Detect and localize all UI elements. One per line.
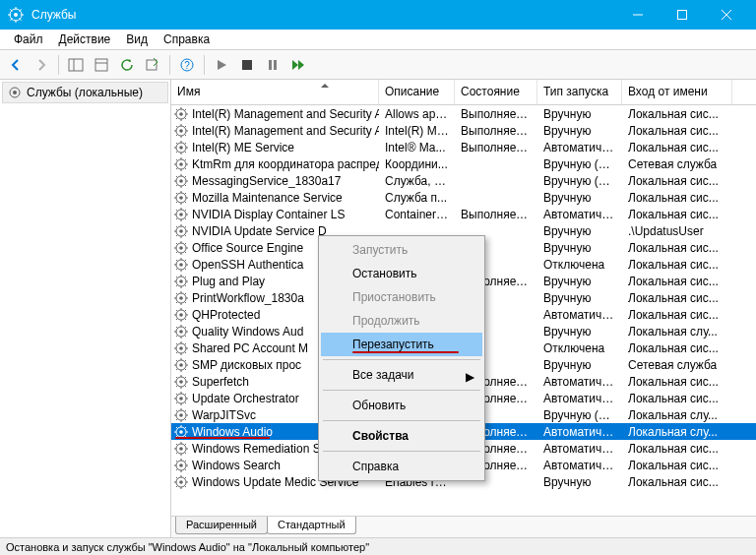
svg-line-125 <box>185 284 187 286</box>
service-startup-cell: Вручную <box>537 275 622 288</box>
restart-service-button[interactable] <box>286 53 310 77</box>
svg-point-169 <box>179 363 183 367</box>
svg-line-224 <box>176 444 178 446</box>
service-startup-cell: Автоматиче... <box>537 375 622 389</box>
service-logon-cell: Локальная слу... <box>622 425 732 439</box>
svg-line-236 <box>176 468 178 470</box>
svg-line-194 <box>176 394 178 396</box>
stop-service-button[interactable] <box>235 53 259 77</box>
svg-point-119 <box>179 279 183 283</box>
menu-file[interactable]: Файл <box>6 31 51 48</box>
svg-line-96 <box>176 234 178 236</box>
svg-line-134 <box>176 293 178 295</box>
svg-rect-13 <box>242 60 252 70</box>
column-description[interactable]: Описание <box>379 80 455 104</box>
svg-point-139 <box>179 313 183 317</box>
svg-line-86 <box>176 217 178 219</box>
ctx-start[interactable]: Запустить <box>321 238 482 262</box>
close-button[interactable] <box>704 0 748 30</box>
start-service-button[interactable] <box>210 53 233 77</box>
svg-line-97 <box>185 226 187 228</box>
svg-line-185 <box>185 385 187 387</box>
svg-line-187 <box>185 377 187 379</box>
column-startup[interactable]: Тип запуска <box>537 80 622 104</box>
svg-line-144 <box>176 310 178 312</box>
menu-help[interactable]: Справка <box>156 31 218 48</box>
ctx-refresh[interactable]: Обновить <box>321 394 482 417</box>
show-hide-tree-button[interactable] <box>64 53 88 77</box>
service-startup-cell: Автоматиче... <box>537 442 622 456</box>
svg-point-129 <box>179 296 183 300</box>
menu-view[interactable]: Вид <box>118 31 156 48</box>
svg-line-105 <box>185 251 187 253</box>
service-logon-cell: Локальная сис... <box>622 275 732 288</box>
gear-icon <box>173 190 189 206</box>
ctx-resume[interactable]: Продолжить <box>321 309 482 333</box>
svg-line-146 <box>176 318 178 320</box>
table-row[interactable]: KtmRm для координатора распреде...Коорди… <box>171 155 756 172</box>
svg-line-214 <box>176 427 178 429</box>
minimize-button[interactable] <box>615 0 660 30</box>
gear-icon <box>173 424 189 440</box>
service-startup-cell: Вручную <box>537 124 622 138</box>
svg-line-157 <box>185 327 187 329</box>
pause-service-button[interactable] <box>261 53 284 77</box>
svg-point-179 <box>179 380 183 384</box>
forward-button[interactable] <box>30 53 53 77</box>
table-row[interactable]: Intel(R) Management and Security Ap...Al… <box>171 105 756 122</box>
ctx-restart[interactable]: Перезапустить <box>321 333 482 356</box>
svg-line-114 <box>176 260 178 262</box>
svg-line-234 <box>176 461 178 462</box>
svg-line-145 <box>185 318 187 320</box>
column-status[interactable]: Состояние <box>455 80 537 104</box>
svg-line-26 <box>176 117 178 119</box>
tab-standard[interactable]: Стандартный <box>267 517 356 534</box>
table-row[interactable]: Intel(R) ME ServiceIntel® Ma...Выполняет… <box>171 139 756 155</box>
svg-line-85 <box>185 217 187 219</box>
ctx-all-tasks[interactable]: Все задачи▶ <box>321 363 482 387</box>
ctx-properties[interactable]: Свойства <box>321 424 482 448</box>
svg-line-155 <box>185 335 187 337</box>
column-headers: Имя Описание Состояние Тип запуска Вход … <box>171 80 756 105</box>
svg-line-137 <box>185 293 187 295</box>
tab-extended[interactable]: Расширенный <box>175 517 268 534</box>
tree-item-label: Службы (локальные) <box>27 86 143 99</box>
status-text: Остановка и запуск службы "Windows Audio… <box>6 541 369 553</box>
svg-line-176 <box>176 368 178 370</box>
table-row[interactable]: Intel(R) Management and Security Ap...In… <box>171 122 756 139</box>
service-startup-cell: Вручную (ак... <box>537 174 622 188</box>
export-button[interactable] <box>141 53 164 77</box>
svg-line-67 <box>185 176 187 178</box>
svg-point-99 <box>179 246 183 250</box>
column-logon[interactable]: Вход от имени <box>622 80 732 104</box>
table-row[interactable]: MessagingService_1830a17Служба, о...Вруч… <box>171 172 756 189</box>
service-startup-cell: Вручную <box>537 241 622 255</box>
service-logon-cell: Локальная сис... <box>622 241 732 255</box>
column-name[interactable]: Имя <box>171 80 379 104</box>
ctx-pause[interactable]: Приостановить <box>321 285 482 309</box>
svg-point-29 <box>179 129 183 133</box>
table-row[interactable]: Mozilla Maintenance ServiceСлужба п...Вр… <box>171 189 756 206</box>
svg-line-107 <box>185 243 187 245</box>
titlebar: Службы <box>0 0 756 30</box>
menu-action[interactable]: Действие <box>51 31 119 48</box>
svg-line-115 <box>185 268 187 270</box>
gear-icon <box>173 340 189 356</box>
refresh-button[interactable] <box>115 53 139 77</box>
gear-icon <box>7 85 23 100</box>
back-button[interactable] <box>4 53 28 77</box>
table-row[interactable]: NVIDIA Display Container LSContainer ...… <box>171 206 756 222</box>
help-button[interactable]: ? <box>175 53 199 77</box>
svg-line-244 <box>176 477 178 479</box>
svg-line-57 <box>185 159 187 161</box>
ctx-stop[interactable]: Остановить <box>321 262 482 285</box>
tree-pane: Службы (локальные) <box>0 80 171 537</box>
svg-point-149 <box>179 330 183 334</box>
tree-item-services-local[interactable]: Службы (локальные) <box>2 82 168 103</box>
svg-point-79 <box>179 213 183 216</box>
ctx-help[interactable]: Справка <box>321 455 482 478</box>
service-logon-cell: Локальная сис... <box>622 258 732 272</box>
svg-line-34 <box>176 126 178 128</box>
maximize-button[interactable] <box>660 0 704 30</box>
properties-button[interactable] <box>90 53 113 77</box>
